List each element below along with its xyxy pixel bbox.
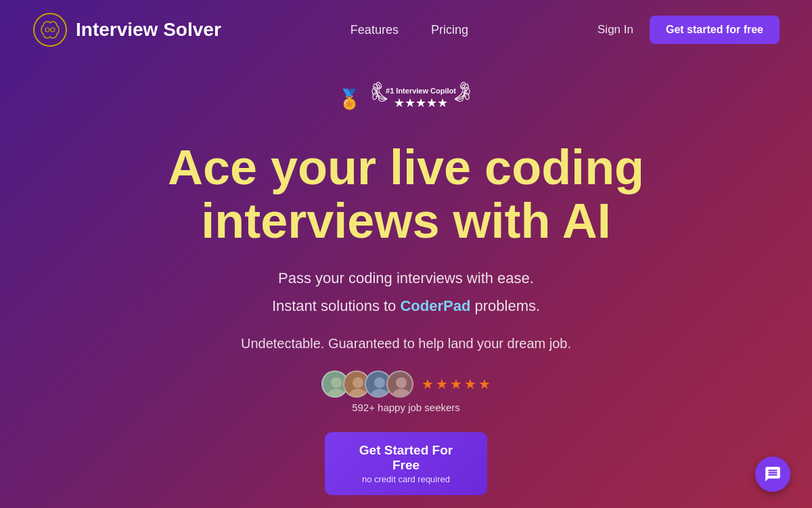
nav-actions: Sign In Get started for free — [597, 16, 780, 44]
cta-main-label: Get Started For Free — [349, 443, 463, 473]
rating-stars: ★ ★ ★ ★ ★ — [422, 376, 491, 392]
svg-point-2 — [51, 28, 55, 32]
hero-subheading-1: Pass your coding interviews with ease. — [278, 267, 534, 289]
social-count-text: 592+ happy job seekers — [352, 402, 460, 413]
coderpad-highlight: CoderPad — [400, 297, 470, 314]
avatar-group — [321, 371, 413, 398]
svg-point-15 — [328, 389, 345, 398]
star-4: ★ — [464, 376, 476, 392]
avatar-4 — [386, 371, 413, 398]
laurel-wreath-icon: #1 Interview Copilot ★★★★★ — [367, 79, 475, 119]
chat-support-button[interactable] — [755, 457, 790, 492]
social-proof: ★ ★ ★ ★ ★ 592+ happy job seekers — [321, 371, 491, 413]
svg-point-20 — [396, 377, 407, 388]
svg-point-21 — [392, 389, 410, 398]
cta-sub-label: no credit card required — [362, 474, 450, 484]
svg-point-16 — [353, 377, 363, 388]
chat-icon — [764, 465, 782, 483]
svg-point-18 — [374, 377, 385, 388]
logo-text: Interview Solver — [76, 19, 221, 41]
navbar: Interview Solver Features Pricing Sign I… — [0, 0, 812, 60]
hero-section: 🏅 — [0, 60, 812, 495]
cta-get-started-button[interactable]: Get Started For Free no credit card requ… — [325, 432, 487, 495]
laurel-left-icon: 🏅 — [338, 88, 361, 110]
svg-point-17 — [349, 389, 367, 398]
award-badge: 🏅 — [338, 79, 475, 119]
svg-point-19 — [371, 389, 388, 398]
hero-subheading-2: Instant solutions to CoderPad problems. — [272, 295, 540, 317]
sign-in-button[interactable]: Sign In — [597, 23, 633, 37]
logo-icon — [32, 12, 68, 47]
logo-link[interactable]: Interview Solver — [32, 12, 221, 47]
nav-links: Features Pricing — [351, 23, 468, 37]
nav-pricing-link[interactable]: Pricing — [431, 23, 468, 37]
hero-heading: Ace your live coding interviews with AI — [168, 141, 644, 248]
svg-text:#1 Interview Copilot: #1 Interview Copilot — [386, 87, 456, 95]
nav-get-started-button[interactable]: Get started for free — [650, 16, 780, 44]
svg-point-14 — [331, 377, 342, 388]
star-3: ★ — [450, 376, 462, 392]
star-5: ★ — [478, 376, 491, 392]
svg-point-1 — [45, 28, 49, 32]
star-1: ★ — [422, 376, 434, 392]
guarantee-text: Undetectable. Guaranteed to help land yo… — [241, 336, 571, 352]
star-2: ★ — [436, 376, 448, 392]
social-row: ★ ★ ★ ★ ★ — [321, 371, 491, 398]
svg-text:★★★★★: ★★★★★ — [394, 96, 448, 110]
nav-features-link[interactable]: Features — [351, 23, 399, 37]
